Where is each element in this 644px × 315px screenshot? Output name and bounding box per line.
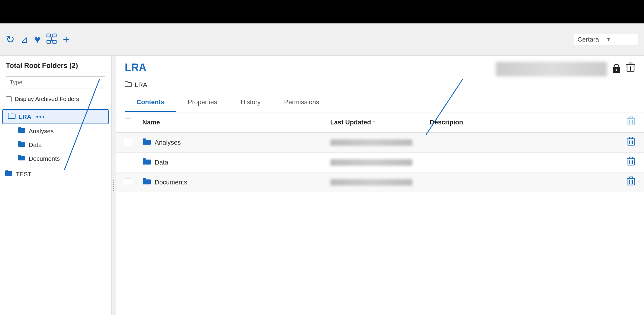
lock-icon[interactable] (612, 62, 621, 76)
tree-item-analyses[interactable]: Analyses (0, 124, 111, 138)
sidebar-tree: LRA ••• Analyses (0, 106, 111, 315)
row-delete-button[interactable] (627, 137, 635, 148)
favorite-icon[interactable]: ♥ (34, 34, 40, 45)
row-checkbox-cell (125, 179, 142, 186)
toolbar: ↻ ⊿ ♥ + Certara ▼ (0, 23, 644, 56)
sidebar: Total Root Folders (2) Display Archived … (0, 56, 111, 315)
svg-rect-0 (47, 34, 50, 37)
svg-rect-16 (630, 117, 633, 119)
chevron-down-icon: ▼ (606, 36, 634, 42)
folder-filled-icon (18, 154, 26, 163)
tree-lra-label: LRA (19, 113, 31, 120)
sidebar-resizer[interactable] (111, 56, 116, 315)
folder-filled-icon (5, 170, 13, 179)
svg-rect-34 (630, 177, 633, 179)
type-filter-input[interactable] (6, 76, 105, 88)
certara-label: Certara (578, 36, 606, 43)
display-archived-checkbox[interactable] (6, 96, 12, 102)
svg-rect-28 (630, 157, 633, 159)
folder-filled-icon (18, 140, 26, 149)
tabs-row: Contents Properties History Permissions (116, 93, 644, 112)
display-archived-row: Display Archived Folders (0, 92, 111, 106)
table-row: Data (116, 152, 644, 172)
svg-rect-10 (629, 63, 632, 65)
col-header-last-updated-label: Last Updated (330, 119, 371, 126)
filter-icon[interactable]: ⊿ (21, 35, 28, 44)
tree-item-documents[interactable]: Documents (0, 152, 111, 165)
sidebar-header: Total Root Folders (2) (0, 56, 111, 73)
tree-documents-label: Documents (29, 155, 60, 162)
hierarchy-icon[interactable] (46, 33, 57, 45)
add-icon[interactable]: + (63, 34, 69, 45)
tree-lra-dots: ••• (36, 113, 45, 121)
refresh-icon[interactable]: ↻ (6, 34, 15, 45)
row-date-blurred (330, 139, 412, 146)
content-area: LRA (116, 56, 644, 315)
col-header-delete-icon[interactable] (627, 117, 635, 128)
row-date-cell (330, 159, 430, 166)
row-name-documents[interactable]: Documents (142, 177, 330, 187)
resizer-dot (113, 182, 114, 183)
svg-rect-2 (47, 40, 50, 43)
row-delete-button[interactable] (627, 157, 635, 168)
row-folder-icon (142, 177, 151, 187)
content-title: LRA (125, 61, 146, 77)
row-name-label: Analyses (155, 139, 181, 146)
sort-asc-icon: ↑ (373, 119, 375, 125)
row-delete-button[interactable] (627, 177, 635, 188)
tree-analyses-label: Analyses (29, 128, 54, 135)
row-checkbox-cell (125, 139, 142, 146)
tab-contents[interactable]: Contents (125, 93, 176, 112)
tree-item-lra[interactable]: LRA ••• (2, 109, 109, 124)
content-header-actions (496, 62, 635, 76)
content-header: LRA (116, 56, 644, 77)
tree-item-data[interactable]: Data (0, 138, 111, 152)
certara-dropdown[interactable]: Certara ▼ (574, 34, 638, 45)
row-date-cell (330, 179, 430, 186)
blurred-header-info (496, 62, 607, 76)
display-archived-label: Display Archived Folders (15, 96, 79, 102)
row-folder-icon (142, 158, 151, 167)
resizer-dot (113, 186, 114, 187)
table-row: Analyses (116, 132, 644, 152)
row-date-blurred (330, 159, 412, 166)
col-header-description: Descripion (430, 119, 618, 126)
tree-data-label: Data (29, 141, 42, 148)
row-date-cell (330, 139, 430, 146)
main-layout: Total Root Folders (2) Display Archived … (0, 56, 644, 315)
row-date-blurred (330, 179, 412, 186)
row-name-label: Documents (155, 179, 187, 186)
resizer-dot (113, 188, 114, 189)
table-row: Documents (116, 172, 644, 192)
org-selector: Certara ▼ (574, 34, 638, 45)
row-folder-icon (142, 138, 151, 147)
resizer-dot (113, 180, 114, 181)
tree-test-label: TEST (16, 171, 32, 178)
tab-properties[interactable]: Properties (176, 93, 229, 112)
resizer-dot (113, 184, 114, 185)
col-header-last-updated[interactable]: Last Updated ↑ (330, 119, 430, 126)
table-col-checkbox (125, 119, 142, 126)
col-header-name: Name (142, 119, 330, 126)
folder-outline-icon (8, 112, 16, 121)
breadcrumb-text: LRA (135, 81, 147, 89)
resizer-dot (113, 190, 114, 191)
table-header: Name Last Updated ↑ Descripion (116, 112, 644, 132)
table-container: Name Last Updated ↑ Descripion (116, 112, 644, 315)
delete-header-icon[interactable] (626, 62, 635, 76)
type-filter-row (0, 73, 111, 92)
svg-rect-1 (53, 34, 56, 37)
tree-item-test[interactable]: TEST (0, 167, 111, 181)
svg-rect-3 (53, 40, 56, 43)
svg-point-7 (616, 69, 617, 71)
svg-rect-22 (630, 137, 633, 139)
select-all-checkbox[interactable] (125, 119, 131, 125)
tab-permissions[interactable]: Permissions (272, 93, 331, 112)
tab-history[interactable]: History (229, 93, 272, 112)
breadcrumb-folder-icon (125, 81, 132, 89)
row-name-analyses[interactable]: Analyses (142, 138, 330, 147)
row-select-checkbox[interactable] (125, 139, 131, 145)
row-name-data[interactable]: Data (142, 158, 330, 167)
row-select-checkbox[interactable] (125, 159, 131, 165)
row-select-checkbox[interactable] (125, 179, 131, 185)
